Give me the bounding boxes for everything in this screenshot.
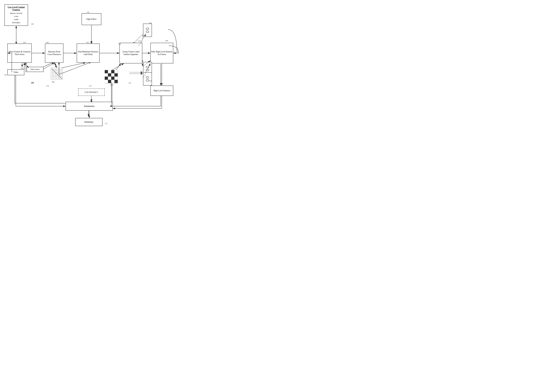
oval-b1 xyxy=(146,76,149,78)
group-cluster-label: Group Cluster Label Similar Segments xyxy=(120,50,142,56)
label-130: 130 xyxy=(46,41,49,44)
svg-line-15 xyxy=(59,62,91,75)
svg-point-72 xyxy=(54,78,54,78)
summarize-box: Summarize xyxy=(66,102,113,111)
svg-rect-89 xyxy=(111,77,114,80)
svg-line-120 xyxy=(112,63,124,70)
summary-box: Summary xyxy=(75,118,103,126)
label-172: 172 xyxy=(89,85,92,87)
time-series-box: Time Series xyxy=(27,67,43,72)
label-101: 101 xyxy=(4,74,7,76)
svg-point-74 xyxy=(56,78,57,78)
svg-rect-91 xyxy=(105,80,108,83)
svg-point-42 xyxy=(61,70,62,71)
svg-point-36 xyxy=(52,70,53,71)
svg-point-54 xyxy=(58,73,59,74)
svg-point-60 xyxy=(56,75,57,76)
label-110: 110 xyxy=(23,41,26,44)
cost-function-label: Cost Function C xyxy=(85,91,98,93)
label-300: 300 xyxy=(52,81,55,83)
label-140: 140 xyxy=(86,41,89,44)
svg-point-33 xyxy=(58,69,59,70)
svg-point-38 xyxy=(55,70,56,71)
svg-point-71 xyxy=(52,78,53,78)
svg-point-75 xyxy=(58,78,59,78)
label-100: 100 xyxy=(31,81,34,84)
oval-1 xyxy=(146,28,149,30)
svg-point-47 xyxy=(58,72,59,73)
svg-line-103 xyxy=(55,63,57,68)
high-level-patterns-box: High-Level Patterns xyxy=(150,85,173,96)
svg-rect-81 xyxy=(111,70,114,73)
high-level-patterns-label: High-Level Patterns xyxy=(154,89,170,92)
cost-function-box: Cost Function C xyxy=(78,89,105,96)
svg-point-62 xyxy=(59,75,60,76)
measure-point-label: Measure Point Cross-Distances xyxy=(45,50,63,56)
svg-point-31 xyxy=(55,69,56,70)
svg-rect-85 xyxy=(111,73,114,77)
svg-rect-93 xyxy=(111,80,114,83)
oval-2 xyxy=(146,31,149,33)
summarize-label: Summarize xyxy=(84,105,95,108)
video-box: Video xyxy=(7,69,24,75)
svg-rect-87 xyxy=(105,77,108,80)
low-level-features-box: Low-Level Content Features Motion Activi… xyxy=(4,4,28,26)
svg-point-66 xyxy=(55,76,56,77)
svg-point-76 xyxy=(59,78,60,78)
measure-point-box: Measure Point Cross-Distances xyxy=(45,43,63,63)
find-minimum-box: Find Minimum Distance valid Paths xyxy=(77,43,99,63)
label-161: 161 xyxy=(149,80,152,82)
infer-highlevel-box: Infer High-Level Patterns by Fusion xyxy=(150,43,173,63)
oval-box-151 xyxy=(143,24,152,37)
svg-line-119 xyxy=(54,63,57,68)
svg-rect-86 xyxy=(114,73,118,77)
infer-highlevel-label: Infer High-Level Patterns by Fusion xyxy=(151,50,173,56)
oval-box-bottom xyxy=(143,72,152,85)
svg-point-39 xyxy=(56,70,57,71)
svg-point-67 xyxy=(56,76,57,77)
edge-filters-label: Edge Filters xyxy=(86,18,97,21)
svg-point-70 xyxy=(61,76,62,77)
time-series-label: Time Series xyxy=(30,68,40,71)
svg-point-57 xyxy=(52,75,53,76)
svg-point-43 xyxy=(52,72,53,73)
svg-point-51 xyxy=(54,73,54,74)
label-141: 141 xyxy=(87,11,90,14)
svg-point-55 xyxy=(59,73,60,74)
diagram: Low-Level Content Features Motion Activi… xyxy=(0,0,184,131)
svg-rect-94 xyxy=(114,80,118,83)
low-level-title: Low-Level Content Features xyxy=(6,6,27,11)
label-152a: 152 xyxy=(138,40,141,42)
svg-rect-84 xyxy=(108,73,111,77)
label-150: 150 xyxy=(118,43,121,45)
svg-rect-92 xyxy=(108,80,111,83)
label-151: 151 xyxy=(149,22,152,24)
video-label: Video xyxy=(14,71,18,74)
label-170: 170 xyxy=(46,85,49,87)
svg-point-44 xyxy=(54,72,54,73)
svg-rect-82 xyxy=(114,70,118,73)
svg-point-41 xyxy=(59,70,60,71)
group-cluster-box: Group Cluster Label Similar Segments xyxy=(119,43,142,63)
label-171: 171 xyxy=(105,122,108,125)
svg-point-40 xyxy=(58,70,59,71)
svg-point-52 xyxy=(55,73,56,74)
svg-line-23 xyxy=(133,32,145,44)
svg-point-35 xyxy=(61,69,62,70)
find-minimum-label: Find Minimum Distance valid Paths xyxy=(77,50,99,56)
matrix-pattern-300 xyxy=(51,68,63,80)
svg-point-50 xyxy=(52,73,53,74)
svg-point-48 xyxy=(59,72,60,73)
select-feature-label: Select Feature & Generate Time Series xyxy=(8,50,31,56)
svg-point-30 xyxy=(54,69,54,70)
svg-point-32 xyxy=(56,69,57,70)
svg-point-56 xyxy=(61,73,62,74)
checker-pattern-400 xyxy=(105,70,118,83)
svg-rect-90 xyxy=(114,77,118,80)
oval-m1 xyxy=(146,66,149,68)
summary-label: Summary xyxy=(84,120,93,124)
svg-point-59 xyxy=(55,75,56,76)
svg-rect-80 xyxy=(108,70,111,73)
svg-point-63 xyxy=(61,75,62,76)
label-102: 102 xyxy=(31,23,34,25)
